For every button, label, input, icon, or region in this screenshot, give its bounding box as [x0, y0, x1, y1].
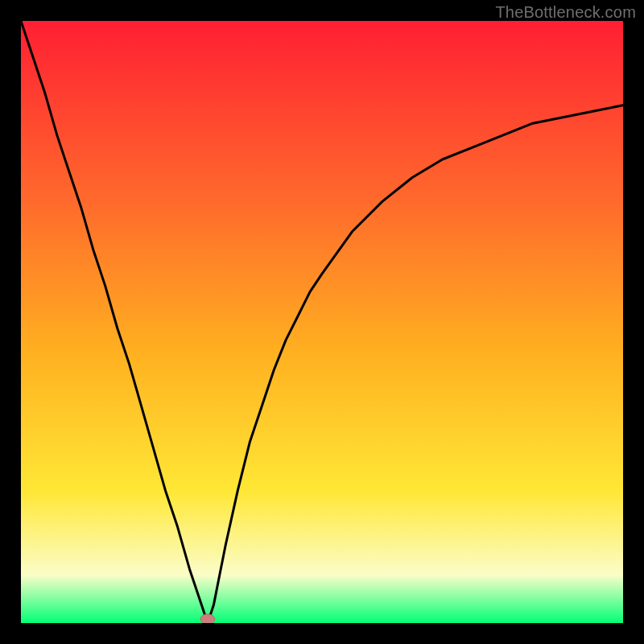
chart-frame	[21, 21, 623, 623]
gradient-background	[21, 21, 623, 623]
bottleneck-chart	[21, 21, 623, 623]
watermark-text: TheBottleneck.com	[495, 3, 636, 22]
minimum-marker	[200, 614, 215, 623]
